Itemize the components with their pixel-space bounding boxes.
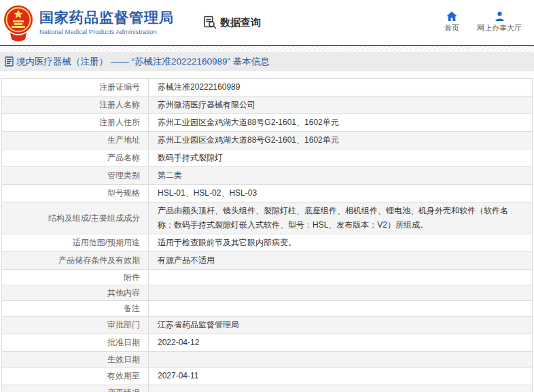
data-query-tab[interactable]: 数据查询 xyxy=(202,15,261,30)
row-label: 型号规格 xyxy=(2,185,149,202)
row-value: 第二类 xyxy=(149,167,532,184)
table-row: 其他内容 xyxy=(2,285,532,300)
national-emblem-logo xyxy=(3,4,33,42)
table-row: 注册证编号苏械注准20222160989 xyxy=(2,79,532,96)
row-label: 其他内容 xyxy=(2,285,149,300)
row-label: 备注 xyxy=(2,301,149,316)
table-row: 审批部门江苏省药品监督管理局 xyxy=(2,316,532,334)
row-label: 有效期至 xyxy=(2,368,149,385)
top-nav: 首页 网上办事大厅 xyxy=(444,12,522,33)
home-icon xyxy=(446,12,457,21)
table-row: 型号规格HSL-01、HSL-02、HSL-03 xyxy=(2,184,532,202)
row-value xyxy=(149,285,532,300)
row-value: 苏州工业园区金鸡湖大道88号G2-1601、1602单元 xyxy=(149,114,532,131)
registration-info-table: 注册证编号苏械注准20222160989 注册人名称苏州微清医疗器械有限公司 注… xyxy=(1,78,533,392)
header-divider-texture xyxy=(0,46,534,51)
row-label: 结构及组成/主要组成成分 xyxy=(2,202,149,234)
row-value: 2027-04-11 xyxy=(149,368,532,385)
data-query-label: 数据查询 xyxy=(220,16,261,29)
table-row: 产品储存条件及有效期有源产品不适用 xyxy=(2,251,532,269)
document-search-icon xyxy=(202,15,217,30)
row-label: 注册人名称 xyxy=(2,96,149,113)
row-label: 产品名称 xyxy=(2,149,149,166)
document-icon xyxy=(5,56,14,67)
row-label: 变更情况 xyxy=(2,385,149,392)
row-value xyxy=(149,270,532,285)
row-value xyxy=(149,385,532,392)
row-value: 有源产品不适用 xyxy=(149,252,532,269)
page-title: 境内医疗器械（注册） —— “苏械注准20222160989” 基本信息 xyxy=(16,56,270,68)
nav-online-service-hall[interactable]: 网上办事大厅 xyxy=(477,12,522,33)
row-label: 管理类别 xyxy=(2,167,149,184)
row-label: 注册人住所 xyxy=(2,114,149,131)
row-value xyxy=(149,352,532,367)
page-title-bar: 境内医疗器械（注册） —— “苏械注准20222160989” 基本信息 xyxy=(0,52,534,71)
nav-home-label: 首页 xyxy=(444,23,459,33)
table-row: 变更情况 xyxy=(2,385,532,392)
table-row-structure: 结构及组成/主要组成成分产品由额头顶杆、镜头组件、裂隙灯柱、底座组件、相机组件、… xyxy=(2,202,532,234)
row-value: 苏州微清医疗器械有限公司 xyxy=(149,96,532,113)
row-value: HSL-01、HSL-02、HSL-03 xyxy=(149,185,532,202)
row-label: 注册证编号 xyxy=(2,79,149,96)
agency-title: 国家药品监督管理局 xyxy=(39,10,174,26)
row-label: 生产地址 xyxy=(2,132,149,149)
table-row: 适用范围/预期用途适用于检查眼前节及其它眼内部病变。 xyxy=(2,234,532,251)
person-icon xyxy=(495,12,505,21)
row-value: 数码手持式裂隙灯 xyxy=(149,149,532,166)
table-row: 附件 xyxy=(2,269,532,285)
row-label: 批准日期 xyxy=(2,334,149,351)
table-row: 生产地址苏州工业园区金鸡湖大道88号G2-1601、1602单元 xyxy=(2,131,532,149)
table-row: 批准日期2022-04-12 xyxy=(2,334,532,351)
row-label: 产品储存条件及有效期 xyxy=(2,252,149,269)
row-value xyxy=(149,301,532,316)
table-row: 备注 xyxy=(2,300,532,316)
table-row: 产品名称数码手持式裂隙灯 xyxy=(2,149,532,166)
page-header: 国家药品监督管理局 National Medical Products Admi… xyxy=(0,0,534,46)
table-row: 生效日期 xyxy=(2,351,532,367)
row-value: 江苏省药品监督管理局 xyxy=(149,317,532,334)
table-row: 有效期至2027-04-11 xyxy=(2,367,532,385)
agency-subtitle: National Medical Products Administration xyxy=(39,28,174,35)
row-value: 苏州工业园区金鸡湖大道88号G2-1601、1602单元 xyxy=(149,132,532,149)
table-row: 管理类别第二类 xyxy=(2,166,532,184)
row-value: 产品由额头顶杆、镜头组件、裂隙灯柱、底座组件、相机组件、锂电池、机身外壳和软件（… xyxy=(149,202,532,234)
brand-block: 国家药品监督管理局 National Medical Products Admi… xyxy=(39,10,174,35)
row-label: 适用范围/预期用途 xyxy=(2,234,149,251)
row-label: 附件 xyxy=(2,270,149,285)
row-label: 生效日期 xyxy=(2,352,149,367)
nav-hall-label: 网上办事大厅 xyxy=(477,23,522,33)
table-row: 注册人住所苏州工业园区金鸡湖大道88号G2-1601、1602单元 xyxy=(2,113,532,131)
row-value: 适用于检查眼前节及其它眼内部病变。 xyxy=(149,234,532,251)
table-row: 注册人名称苏州微清医疗器械有限公司 xyxy=(2,96,532,113)
row-value: 2022-04-12 xyxy=(149,334,532,351)
row-value: 苏械注准20222160989 xyxy=(149,79,532,96)
row-label: 审批部门 xyxy=(2,317,149,334)
nav-home[interactable]: 首页 xyxy=(444,12,459,33)
